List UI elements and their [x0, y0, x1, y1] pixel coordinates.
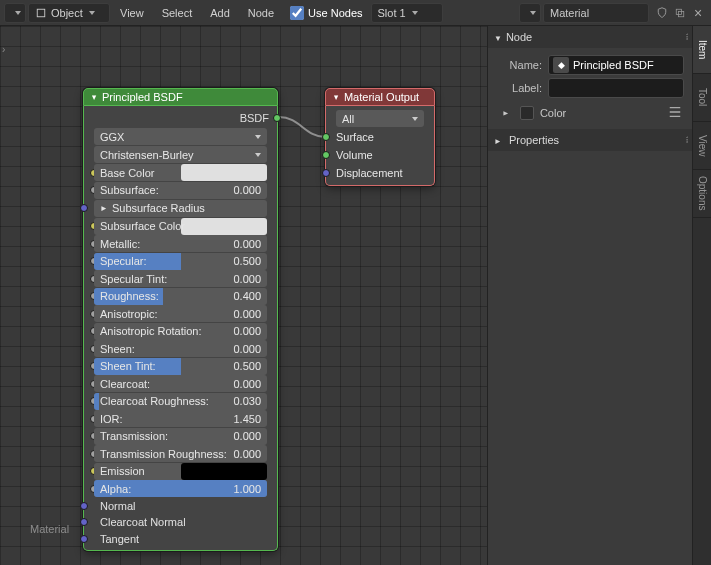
prop-subsurface-[interactable]: Subsurface: 0.000	[94, 182, 267, 199]
menu-select[interactable]: Select	[154, 7, 201, 19]
tab-options[interactable]: Options	[693, 170, 711, 218]
socket-out-icon[interactable]	[273, 114, 281, 122]
tab-tool[interactable]: Tool	[693, 74, 711, 122]
color-swatch[interactable]	[181, 164, 267, 181]
header-bar: Object View Select Add Node Use Nodes Sl…	[0, 0, 711, 26]
prop-transmission-roughness-[interactable]: Transmission Roughness: 0.000	[94, 445, 267, 462]
prop-alpha-[interactable]: Alpha: 1.000	[94, 480, 267, 497]
color-label: Color	[540, 107, 566, 119]
displacement-input-socket[interactable]: Displacement	[326, 164, 434, 182]
slot-dropdown[interactable]: Slot 1	[371, 3, 443, 23]
sidebar: ▼Node ፧፧፧ Name: ◆ Principled BSDF Label:…	[487, 26, 692, 565]
prop-transmission-[interactable]: Transmission: 0.000	[94, 428, 267, 445]
prop-clearcoat-roughness-[interactable]: Clearcoat Roughness: 0.030	[94, 393, 267, 410]
sidebar-tabstrip: Item Tool View Options	[692, 26, 711, 565]
menu-node[interactable]: Node	[240, 7, 282, 19]
prop-tangent[interactable]: Tangent	[84, 531, 277, 547]
prop-metallic-[interactable]: Metallic: 0.000	[94, 235, 267, 252]
menu-view[interactable]: View	[112, 7, 152, 19]
color-expand-icon[interactable]: ▼	[501, 109, 510, 116]
menu-add[interactable]: Add	[202, 7, 238, 19]
node-name-input[interactable]: ◆ Principled BSDF	[548, 55, 684, 75]
prop-normal[interactable]: Normal	[84, 498, 277, 514]
prop-roughness-[interactable]: Roughness: 0.400	[94, 288, 267, 305]
mode-dropdown[interactable]: Object	[28, 3, 110, 23]
prop-sheen-[interactable]: Sheen: 0.000	[94, 340, 267, 357]
prop-ior-[interactable]: IOR: 1.450	[94, 410, 267, 427]
socket-in-icon[interactable]	[322, 169, 330, 177]
bsdf-node-title[interactable]: ▼Principled BSDF	[83, 88, 278, 106]
sss-method-dropdown[interactable]: Christensen-Burley	[94, 146, 267, 163]
use-color-checkbox[interactable]	[520, 106, 534, 120]
material-output-title[interactable]: ▼Material Output	[325, 88, 435, 106]
distribution-dropdown[interactable]: GGX	[94, 128, 267, 145]
mode-label: Object	[51, 7, 83, 19]
material-path-label: Material	[30, 523, 69, 535]
preset-menu-icon[interactable]	[668, 105, 682, 121]
principled-bsdf-node[interactable]: ▼Principled BSDF BSDF GGX Christensen-Bu…	[83, 88, 278, 551]
properties-panel-header[interactable]: ▼ Properties ፧፧፧	[488, 129, 692, 151]
prop-base-color[interactable]: Base Color	[94, 164, 267, 181]
label-field-label: Label:	[496, 82, 542, 94]
prop-clearcoat-normal[interactable]: Clearcoat Normal	[84, 514, 277, 530]
prop-emission[interactable]: Emission	[94, 463, 267, 480]
material-name-value: Material	[550, 7, 589, 19]
material-output-node[interactable]: ▼Material Output All Surface Volume Disp…	[325, 88, 435, 186]
color-swatch[interactable]	[181, 463, 267, 480]
prop-subsurface-color[interactable]: Subsurface Color	[94, 218, 267, 235]
socket-in-icon[interactable]	[80, 535, 88, 543]
material-name-field[interactable]: Material	[543, 3, 649, 23]
material-browse-button[interactable]	[519, 3, 541, 23]
bsdf-output-socket[interactable]: BSDF	[84, 109, 277, 127]
socket-in-icon[interactable]	[322, 133, 330, 141]
surface-input-socket[interactable]: Surface	[326, 128, 434, 146]
svg-rect-2	[37, 9, 45, 17]
node-label-input[interactable]	[548, 78, 684, 98]
prop-anisotropic-[interactable]: Anisotropic: 0.000	[94, 305, 267, 322]
use-nodes-checkbox[interactable]	[290, 6, 304, 20]
name-field-label: Name:	[496, 59, 542, 71]
volume-input-socket[interactable]: Volume	[326, 146, 434, 164]
duplicate-icon[interactable]	[671, 4, 689, 22]
socket-in-icon[interactable]	[80, 204, 88, 212]
color-swatch[interactable]	[181, 218, 267, 235]
slot-label: Slot 1	[378, 7, 406, 19]
node-panel-header[interactable]: ▼Node ፧፧፧	[488, 26, 692, 48]
prop-anisotropic-rotation-[interactable]: Anisotropic Rotation: 0.000	[94, 323, 267, 340]
prop-specular-tint-[interactable]: Specular Tint: 0.000	[94, 270, 267, 287]
breadcrumb-chevron-icon[interactable]: ›	[2, 44, 5, 55]
socket-in-icon[interactable]	[80, 502, 88, 510]
socket-in-icon[interactable]	[80, 518, 88, 526]
target-dropdown[interactable]: All	[336, 110, 424, 127]
editor-type-dropdown[interactable]	[4, 3, 26, 23]
fake-user-icon[interactable]	[653, 4, 671, 22]
prop-subsurface-radius[interactable]: ▼Subsurface Radius	[94, 200, 267, 217]
node-type-icon: ◆	[553, 57, 569, 73]
use-nodes-label: Use Nodes	[308, 7, 362, 19]
unlink-icon[interactable]: ×	[689, 4, 707, 22]
prop-specular-[interactable]: Specular: 0.500	[94, 253, 267, 270]
prop-sheen-tint-[interactable]: Sheen Tint: 0.500	[94, 358, 267, 375]
socket-in-icon[interactable]	[322, 151, 330, 159]
prop-clearcoat-[interactable]: Clearcoat: 0.000	[94, 375, 267, 392]
tab-view[interactable]: View	[693, 122, 711, 170]
tab-item[interactable]: Item	[693, 26, 711, 74]
node-canvas[interactable]: › Material ▼Principled BSDF BSDF GGX Chr…	[0, 26, 487, 565]
use-nodes-toggle[interactable]: Use Nodes	[284, 6, 368, 20]
